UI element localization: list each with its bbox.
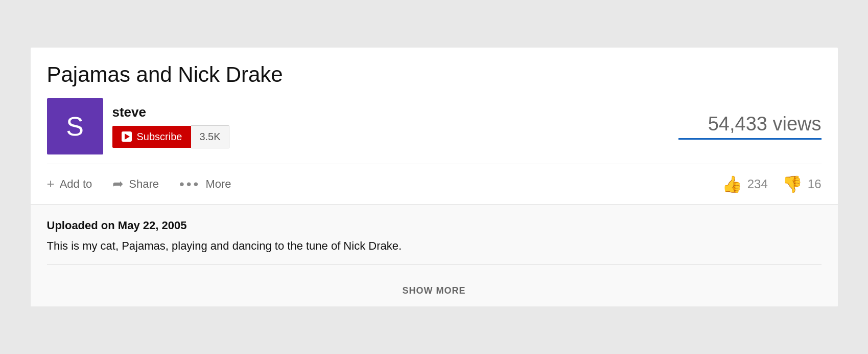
play-triangle: [125, 134, 130, 140]
thumbs-down-icon[interactable]: 👎: [782, 174, 803, 194]
share-icon: ➦: [112, 176, 124, 192]
plus-icon: +: [47, 176, 55, 192]
desc-divider: [47, 264, 822, 265]
dislike-section: 👎 16: [782, 174, 822, 194]
subscribe-button[interactable]: Subscribe: [112, 126, 192, 148]
actions-row: + Add to ➦ Share ••• More 👍 234 👎 16: [31, 164, 838, 204]
more-button[interactable]: ••• More: [179, 177, 231, 191]
description-text: This is my cat, Pajamas, playing and dan…: [47, 237, 822, 254]
top-section: Pajamas and Nick Drake S steve Subscribe: [31, 48, 838, 163]
show-more-label: SHOW MORE: [403, 285, 466, 296]
actions-left: + Add to ➦ Share ••• More: [47, 176, 231, 192]
views-count: 54,433 views: [678, 113, 822, 135]
add-to-button[interactable]: + Add to: [47, 176, 92, 192]
views-section: 54,433 views: [678, 113, 822, 140]
channel-left: S steve Subscribe 3.5K: [47, 98, 229, 154]
channel-row: S steve Subscribe 3.5K: [47, 98, 822, 164]
more-label: More: [205, 178, 231, 191]
share-button[interactable]: ➦ Share: [112, 176, 159, 192]
more-dots-icon: •••: [179, 177, 200, 191]
channel-name: steve: [112, 104, 229, 120]
thumbs-up-icon[interactable]: 👍: [722, 174, 742, 194]
show-more-section: SHOW MORE: [31, 275, 838, 306]
video-info-panel: Pajamas and Nick Drake S steve Subscribe: [31, 48, 838, 306]
upload-date: Uploaded on May 22, 2005: [47, 219, 822, 232]
avatar: S: [47, 98, 103, 154]
subscriber-count: 3.5K: [191, 125, 229, 148]
show-more-button[interactable]: SHOW MORE: [403, 285, 466, 296]
likes-count: 234: [747, 177, 768, 191]
like-section: 👍 234: [722, 174, 768, 194]
progress-bar: [678, 138, 822, 140]
add-to-label: Add to: [60, 178, 92, 191]
share-label: Share: [129, 178, 159, 191]
progress-bar-container: [678, 138, 822, 140]
dislikes-count: 16: [808, 177, 822, 191]
avatar-letter: S: [66, 111, 84, 142]
youtube-play-icon: [122, 131, 132, 142]
channel-info: steve Subscribe 3.5K: [112, 104, 229, 148]
subscribe-row: Subscribe 3.5K: [112, 125, 229, 148]
video-title: Pajamas and Nick Drake: [47, 62, 822, 87]
description-section: Uploaded on May 22, 2005 This is my cat,…: [31, 205, 838, 275]
actions-right: 👍 234 👎 16: [722, 174, 822, 194]
subscribe-label: Subscribe: [137, 131, 182, 143]
